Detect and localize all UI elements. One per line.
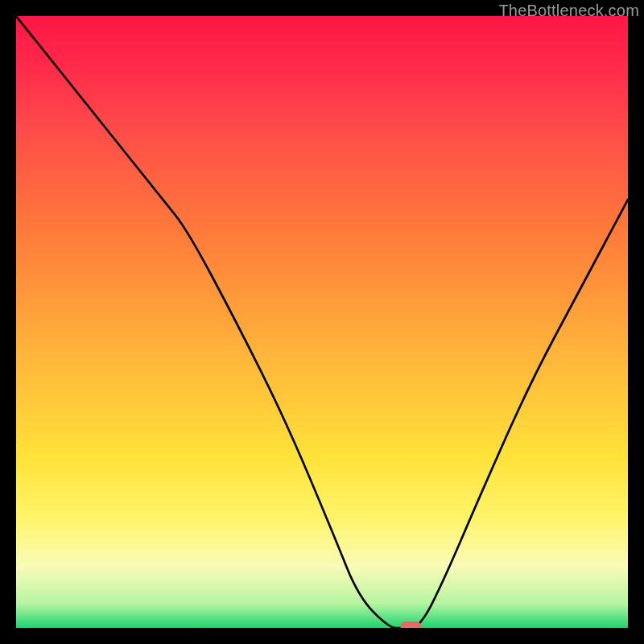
watermark-text: TheBottleneck.com	[498, 2, 639, 20]
heat-gradient	[16, 16, 628, 628]
chart-container: TheBottleneck.com	[0, 0, 644, 644]
